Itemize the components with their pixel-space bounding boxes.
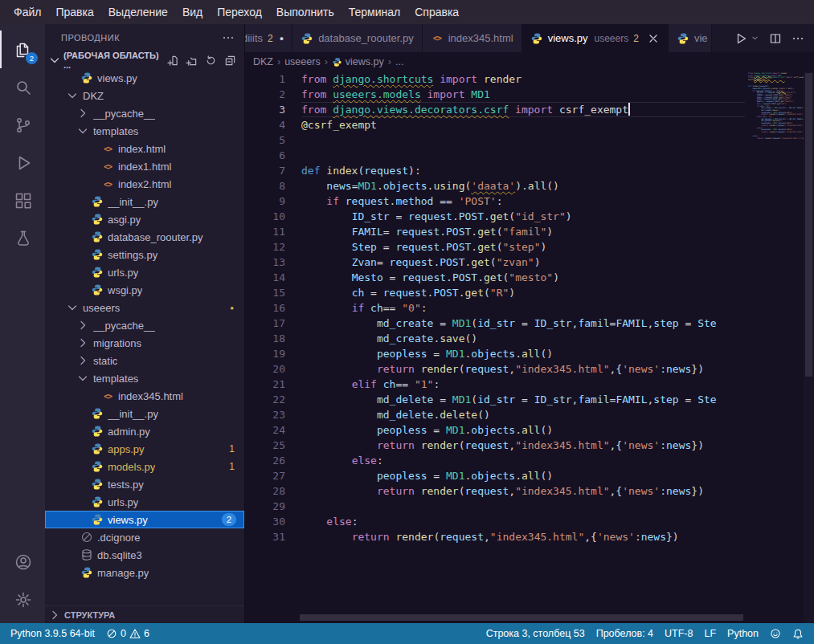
status-feedback[interactable] [764,628,787,639]
breadcrumb-label: useeers [284,56,320,67]
outline-section-header[interactable]: СТРУКТУРА [45,605,244,623]
tree-item-dcignore[interactable]: .dcignore [45,528,244,546]
tree-item-dkz[interactable]: DKZ [45,87,244,104]
line-number: 20 [245,361,285,377]
tree-item-asgi-py[interactable]: asgi.py [45,210,244,228]
line-number: 18 [245,331,285,346]
tree-item-admin-py[interactable]: admin.py [45,422,244,440]
code-line: news=MD1.objects.using('daata').all() [301,178,745,194]
tree-item-migrations[interactable]: migrations [45,334,244,352]
menu-help[interactable]: Справка [407,2,466,22]
status-label: Пробелов: 4 [596,628,653,639]
menu-view[interactable]: Вид [175,2,210,22]
status-encoding[interactable]: UTF-8 [659,628,698,639]
tree-item-wsgi-py[interactable]: wsgi.py [45,281,244,299]
tree-item-index-html[interactable]: <>index.html [45,140,244,157]
code-line: return render(request,"index345.html",{'… [301,361,745,377]
tab-diiits[interactable]: diiits2● [245,24,292,52]
new-file-icon[interactable] [166,55,178,67]
activity-extensions[interactable] [0,181,45,219]
tree-item-index345-html[interactable]: <>index345.html [45,387,244,405]
tree-item-manage-py[interactable]: manage.py [45,564,244,581]
more-actions-icon[interactable] [222,31,235,44]
tree-item-views-py[interactable]: views.py [45,69,244,87]
tree-item-init-py[interactable]: __init__.py [45,405,244,422]
breadcrumb-item-views-py[interactable]: views.py [332,56,384,67]
activity-run-and-debug[interactable] [0,144,45,181]
tab-vie[interactable]: vie [669,24,712,52]
tree-item-static[interactable]: static [45,352,244,369]
activity-testing[interactable] [0,219,45,257]
status-cursor-position[interactable]: Строка 3, столбец 53 [481,628,591,639]
vertical-scrollbar-thumb[interactable] [805,73,812,377]
refresh-icon[interactable] [205,55,217,67]
problem-count-badge: 1 [229,443,235,454]
code-content[interactable]: from django.shortcuts import renderfrom … [301,71,745,623]
menu-edit[interactable]: Правка [48,2,100,22]
line-number: 7 [245,163,285,178]
close-icon[interactable] [647,32,660,45]
tree-item-index1-html[interactable]: <>index1.html [45,157,244,175]
tab-views-py[interactable]: views.pyuseeers2 [522,24,669,52]
tree-item-urls-py[interactable]: urls.py [45,493,244,511]
run-options-icon[interactable] [751,34,759,43]
tree-item-urls-py[interactable]: urls.py [45,263,244,281]
run-python-file-icon[interactable] [734,32,747,45]
tab-directory-hint: useeers [595,33,629,44]
tab-label: database_roouter.py [318,32,414,44]
tree-item-settings-py[interactable]: settings.py [45,246,244,263]
code-editor[interactable]: 1234567891011121314151617181920212223242… [245,71,814,623]
tree-item-views-py[interactable]: views.py2 [45,511,244,528]
menu-file[interactable]: Файл [6,2,48,22]
tab-database-roouter-py[interactable]: database_roouter.py [292,24,423,52]
vertical-scrollbar[interactable] [804,71,814,623]
source-control-icon [14,116,33,135]
tab-label: views.py [548,32,588,44]
status-language-mode[interactable]: Python [722,628,764,639]
status-eol[interactable]: LF [698,628,722,639]
split-editor-icon[interactable] [769,32,782,45]
tree-item-models-py[interactable]: models.py1 [45,458,244,475]
tree-item-database-roouter-py[interactable]: database_roouter.py [45,228,244,246]
status-notifications[interactable] [787,628,809,639]
tree-item-init-py[interactable]: __init__.py [45,193,244,210]
more-actions-icon[interactable] [792,32,804,45]
status-problems[interactable]: 06 [100,628,155,639]
menu-selection[interactable]: Выделение [101,2,175,22]
tree-item-useeers[interactable]: useeers● [45,299,244,316]
code-line: from django.shortcuts import render [301,71,745,87]
menu-go[interactable]: Переход [210,2,269,22]
settings-gear-icon [14,590,33,609]
breadcrumb-item-item[interactable]: ... [395,56,403,67]
status-indentation[interactable]: Пробелов: 4 [591,628,659,639]
breadcrumb-item-useeers[interactable]: useeers [284,56,320,67]
new-folder-icon[interactable] [186,55,198,67]
activity-search[interactable] [0,68,45,106]
workspace-section-header[interactable]: (РАБОЧАЯ ОБЛАСТЬ) ... [45,51,244,69]
tree-item-templates[interactable]: templates [45,369,244,387]
chevron-down-icon [48,54,61,67]
collapse-all-icon[interactable] [224,55,236,67]
python-file-icon [677,32,689,45]
horizontal-scrollbar-thumb[interactable] [300,614,743,621]
activity-explorer[interactable]: 2 [0,31,45,68]
tree-item-index2-html[interactable]: <>index2.html [45,175,244,193]
menu-run[interactable]: Выполнить [269,2,342,22]
line-number: 28 [245,483,285,499]
tree-item-apps-py[interactable]: apps.py1 [45,440,244,458]
status-python-interpreter[interactable]: Python 3.9.5 64-bit [5,628,100,639]
minimap[interactable]: from django.shortcuts import renderfrom … [746,71,804,623]
tab-index345-html[interactable]: <>index345.html [423,24,522,52]
activity-settings[interactable] [0,581,45,618]
activity-source-control[interactable] [0,106,45,144]
chevron-icon [76,336,89,349]
menu-terminal[interactable]: Терминал [342,2,407,22]
tree-item-templates[interactable]: templates [45,122,244,140]
tree-item-pycache[interactable]: __pycache__ [45,316,244,334]
tree-item-db-sqlite3[interactable]: db.sqlite3 [45,546,244,564]
ignore-file-icon [80,531,93,544]
tree-item-tests-py[interactable]: tests.py [45,475,244,493]
activity-accounts[interactable] [0,543,45,581]
tree-item-pycache[interactable]: __pycache__ [45,104,244,122]
breadcrumb-item-dkz[interactable]: DKZ [253,56,273,67]
